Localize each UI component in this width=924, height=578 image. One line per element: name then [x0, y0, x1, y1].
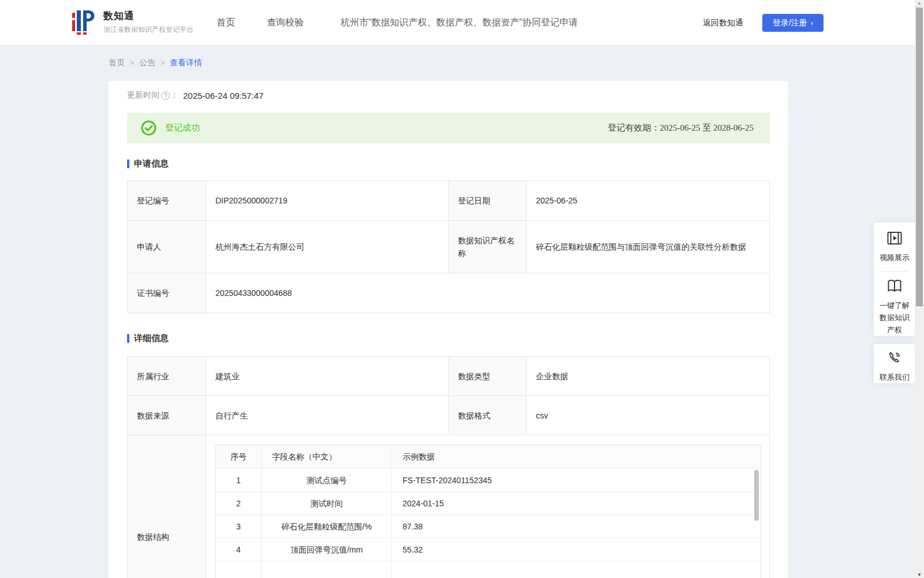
page-scrollbar-thumb[interactable]	[916, 8, 923, 306]
row-field-name: 碎石化层颗粒级配范围/%	[261, 515, 392, 538]
update-time-colon: ：	[170, 90, 178, 101]
row-field-name: 测试点编号	[261, 469, 392, 491]
breadcrumb-separator: >	[161, 59, 165, 67]
row-field-name: 测试时间	[261, 492, 392, 514]
side-widget-panel: 视频展示 一键了解数据知识产权	[874, 223, 915, 336]
row-index: 3	[216, 515, 261, 538]
row-sample-data: 55.32	[392, 538, 761, 561]
row-sample-data: 87.38	[392, 515, 761, 538]
login-register-label: 登录/注册	[773, 18, 807, 28]
top-header: 数知通 浙江省数据知识产权登记平台 首页 查询校验 杭州市“数据知识产权、数据产…	[0, 0, 924, 45]
detail-card: 更新时间 ? ： 2025-06-24 09:57:47 登记成功 登记有效期：…	[109, 81, 788, 578]
validity-period: 登记有效期：2025-06-25 至 2028-06-25	[608, 123, 754, 134]
industry-label: 所属行业	[128, 357, 206, 396]
dip-name-value: 碎石化层颗粒级配范围与顶面回弹弯沉值的关联性分析数据	[527, 221, 770, 273]
chevron-right-icon: ›	[811, 18, 813, 27]
brand: 数知通 浙江省数据知识产权登记平台	[72, 9, 193, 35]
structure-table-header: 序号 字段名称（中文） 示例数据	[216, 445, 761, 468]
section-accent-bar	[127, 334, 129, 343]
cert-no-value: 20250433000004688	[206, 273, 770, 313]
brand-title: 数知通	[103, 9, 193, 23]
data-type-label: 数据类型	[449, 357, 527, 396]
page-scrollbar[interactable]: ▲ ▼	[915, 0, 924, 578]
col-header-sample-data: 示例数据	[392, 445, 761, 468]
help-icon[interactable]: ?	[161, 91, 170, 100]
logo-icon	[72, 9, 98, 35]
nav-home[interactable]: 首页	[217, 17, 235, 29]
structure-label: 数据结构	[128, 435, 206, 578]
section-title: 申请信息	[134, 158, 169, 169]
contact-widget: 联系我们	[874, 344, 915, 383]
update-time-value: 2025-06-24 09:57:47	[183, 91, 263, 101]
book-icon[interactable]	[887, 279, 902, 293]
validity-label: 登记有效期：	[608, 123, 660, 132]
reg-no-value: DIP2025000002719	[206, 181, 449, 221]
update-time-label: 更新时间	[127, 90, 159, 101]
nav-query-verify[interactable]: 查询校验	[267, 17, 304, 29]
learn-dip-label[interactable]: 一键了解数据知识产权	[874, 299, 915, 336]
row-field-name: 顶面回弹弯沉值/mm	[261, 538, 392, 561]
col-header-field-name: 字段名称（中文）	[261, 445, 392, 468]
source-value: 自行产生	[206, 396, 449, 435]
breadcrumb-home[interactable]: 首页	[109, 58, 125, 68]
scroll-down-arrow-icon[interactable]: ▼	[915, 572, 924, 577]
section-title: 详细信息	[134, 333, 169, 344]
divider	[882, 271, 907, 272]
registration-success-banner: 登记成功 登记有效期：2025-06-25 至 2028-06-25	[127, 113, 770, 143]
success-check-icon	[141, 120, 157, 136]
source-label: 数据来源	[128, 396, 206, 435]
structure-value-cell: 序号 字段名称（中文） 示例数据 1 测试点编号 FS-TEST-2024011…	[206, 435, 770, 578]
breadcrumb: 首页 > 公告 > 查看详情	[109, 58, 202, 68]
row-sample-data: 2024-01-15	[392, 492, 761, 514]
format-value: csv	[527, 396, 770, 435]
table-row: 2 测试时间 2024-01-15	[216, 491, 761, 514]
col-header-index: 序号	[216, 445, 261, 468]
update-time-row: 更新时间 ? ： 2025-06-24 09:57:47	[127, 90, 263, 101]
breadcrumb-separator: >	[130, 59, 134, 67]
industry-value: 建筑业	[206, 357, 449, 396]
detail-info-table: 所属行业 建筑业 数据类型 企业数据 数据来源 自行产生 数据格式 csv 数据…	[127, 356, 770, 578]
login-register-button[interactable]: 登录/注册 ›	[762, 14, 824, 32]
reg-no-label: 登记编号	[128, 181, 206, 221]
video-demo-label[interactable]: 视频展示	[874, 251, 915, 264]
data-structure-table: 序号 字段名称（中文） 示例数据 1 测试点编号 FS-TEST-2024011…	[215, 444, 761, 578]
scrollbar-thumb[interactable]	[754, 470, 759, 521]
row-index: 2	[216, 492, 261, 514]
table-row: 4 顶面回弹弯沉值/mm 55.32	[216, 538, 761, 561]
reg-date-value: 2025-06-25	[527, 181, 770, 221]
reg-date-label: 登记日期	[449, 181, 527, 221]
scroll-up-arrow-icon[interactable]: ▲	[915, 1, 924, 6]
applicant-value: 杭州海杰土石方有限公司	[206, 221, 449, 273]
status-text: 登记成功	[165, 123, 200, 134]
section-accent-bar	[127, 160, 129, 168]
brand-subtitle: 浙江省数据知识产权登记平台	[103, 25, 193, 35]
nav-hangzhou-registration[interactable]: 杭州市“数据知识产权、数据产权、数据资产”协同登记申请	[341, 17, 578, 29]
data-type-value: 企业数据	[527, 357, 770, 396]
phone-icon[interactable]	[888, 351, 901, 365]
table-row-partial	[216, 561, 761, 578]
dip-name-label: 数据知识产权名称	[449, 221, 527, 273]
back-to-shuzhitong-link[interactable]: 返回数知通	[703, 18, 743, 28]
validity-value: 2025-06-25 至 2028-06-25	[660, 123, 754, 132]
detail-info-section-header: 详细信息	[127, 333, 169, 344]
breadcrumb-current: 查看详情	[170, 58, 202, 68]
format-label: 数据格式	[449, 396, 527, 435]
application-info-table: 登记编号 DIP2025000002719 登记日期 2025-06-25 申请…	[127, 180, 770, 313]
video-icon[interactable]	[887, 231, 902, 245]
structure-table-scrollbar[interactable]	[754, 470, 759, 578]
contact-us-label[interactable]: 联系我们	[874, 371, 915, 383]
breadcrumb-notice[interactable]: 公告	[139, 58, 155, 68]
applicant-label: 申请人	[128, 221, 206, 273]
row-index: 4	[216, 538, 261, 561]
row-sample-data: FS-TEST-202401152345	[392, 469, 761, 491]
cert-no-label: 证书编号	[128, 273, 206, 313]
table-row: 1 测试点编号 FS-TEST-202401152345	[216, 468, 761, 491]
application-info-section-header: 申请信息	[127, 158, 169, 169]
row-index: 1	[216, 469, 261, 491]
table-row: 3 碎石化层颗粒级配范围/% 87.38	[216, 514, 761, 538]
